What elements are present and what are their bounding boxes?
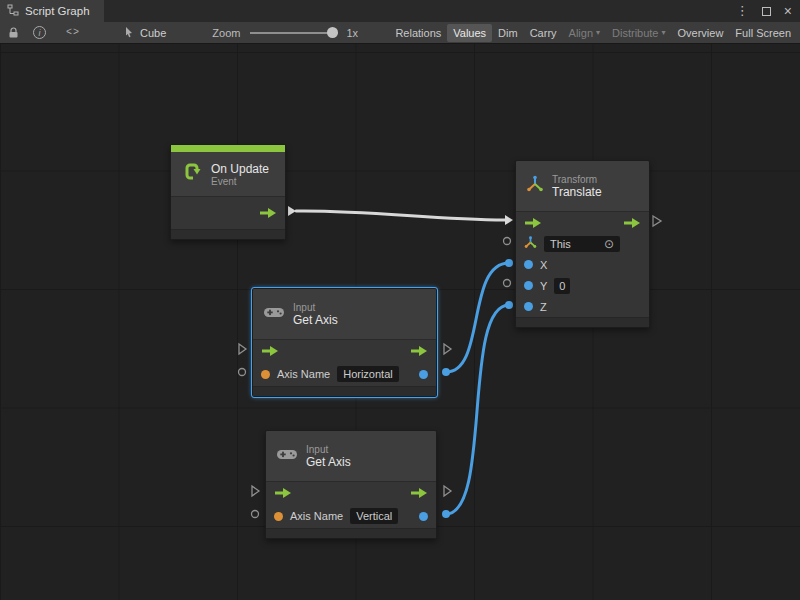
graph-canvas[interactable]: On Update Event Transform — [0, 44, 800, 600]
align-button[interactable]: Align ▾ — [563, 24, 606, 42]
window-menu-icon[interactable]: ⋮ — [736, 6, 749, 16]
port-label-z: Z — [540, 301, 547, 313]
node-header: Transform Translate — [516, 161, 649, 211]
axis-name-field[interactable]: Vertical — [350, 508, 398, 524]
value-input-port-axisname-h[interactable] — [239, 369, 246, 376]
close-icon[interactable]: × — [784, 5, 792, 17]
node-ports: This ⊙ X Y 0 Z — [516, 211, 649, 317]
flow-input-port-getaxis-h[interactable] — [239, 344, 246, 354]
node-subtitle: Event — [211, 176, 269, 187]
values-button[interactable]: Values — [447, 24, 492, 42]
value-input-port-y[interactable] — [504, 280, 511, 287]
distribute-button[interactable]: Distribute ▾ — [606, 24, 671, 42]
lock-icon[interactable] — [8, 27, 19, 39]
flow-arrow-icon[interactable] — [623, 217, 641, 229]
axis-gizmo-icon — [524, 235, 537, 253]
graph-toolbar: i <> Cube Zoom 1x Relations Values Dim C… — [0, 22, 800, 44]
axis-name-label: Axis Name — [277, 368, 330, 380]
distribute-label: Distribute — [612, 27, 658, 39]
value-port-dot[interactable] — [524, 302, 533, 311]
axis-name-field[interactable]: Horizontal — [337, 366, 399, 382]
code-icon[interactable]: <> — [66, 27, 80, 38]
node-ports — [171, 196, 285, 229]
zoom-value: 1x — [346, 27, 358, 39]
flow-ports-row — [516, 212, 649, 233]
flow-ports-row — [253, 340, 436, 362]
axis-name-label: Axis Name — [290, 510, 343, 522]
flow-output-port-getaxis-v[interactable] — [444, 486, 451, 496]
zoom-handle[interactable] — [327, 27, 338, 38]
gamepad-icon — [276, 447, 298, 465]
zoom-label: Zoom — [212, 27, 240, 39]
target-object-field[interactable]: This ⊙ — [544, 236, 620, 252]
flow-arrow-icon[interactable] — [261, 345, 279, 357]
flow-ports-row — [266, 482, 436, 504]
flow-input-port-translate[interactable] — [505, 215, 513, 225]
node-subtitle: Input — [306, 444, 351, 455]
node-ports: Axis Name Horizontal — [253, 339, 436, 386]
value-input-port-z[interactable] — [505, 301, 513, 309]
event-accent-bar — [171, 145, 285, 152]
node-title: Get Axis — [306, 455, 351, 469]
node-subtitle: Transform — [552, 174, 602, 185]
node-ports: Axis Name Vertical — [266, 481, 436, 528]
y-value-field[interactable]: 0 — [554, 278, 570, 294]
node-header: Input Get Axis — [266, 431, 436, 481]
target-object-value: This — [550, 237, 571, 251]
string-port-dot[interactable] — [261, 370, 270, 379]
object-picker-icon[interactable]: ⊙ — [604, 239, 614, 249]
value-wire-vertical-z[interactable] — [446, 305, 509, 514]
node-on-update[interactable]: On Update Event — [170, 144, 286, 240]
value-output-port-getaxis-h[interactable] — [442, 368, 450, 376]
overview-button[interactable]: Overview — [672, 24, 730, 42]
fullscreen-button[interactable]: Full Screen — [729, 24, 797, 42]
flow-output-row — [171, 197, 285, 229]
value-input-port-axisname-v[interactable] — [252, 511, 259, 518]
chevron-down-icon: ▾ — [662, 28, 666, 37]
loop-arrow-icon — [181, 161, 203, 187]
dim-button[interactable]: Dim — [492, 24, 524, 42]
value-port-dot[interactable] — [419, 512, 428, 521]
port-label-x: X — [540, 259, 547, 271]
zoom-slider[interactable] — [250, 27, 338, 39]
script-graph-icon — [7, 4, 19, 18]
maximize-icon[interactable] — [762, 7, 771, 16]
node-subtitle: Input — [293, 302, 338, 313]
node-get-axis-vertical[interactable]: Input Get Axis Axis Name Vertical — [265, 430, 437, 539]
node-get-axis-horizontal[interactable]: Input Get Axis Axis Name Horizontal — [252, 288, 437, 397]
flow-input-port-getaxis-v[interactable] — [252, 486, 259, 496]
align-label: Align — [569, 27, 593, 39]
string-port-dot[interactable] — [274, 512, 283, 521]
tab-script-graph[interactable]: Script Graph — [0, 0, 104, 22]
z-port-row: Z — [516, 296, 649, 317]
flow-output-port-translate[interactable] — [653, 216, 661, 226]
toolbar-buttons: Relations Values Dim Carry Align ▾ Distr… — [389, 22, 800, 44]
flow-arrow-icon[interactable] — [259, 207, 277, 219]
info-icon[interactable]: i — [33, 26, 46, 39]
value-port-dot[interactable] — [419, 370, 428, 379]
flow-arrow-icon[interactable] — [524, 217, 542, 229]
zoom-track — [250, 32, 338, 34]
flow-arrow-icon[interactable] — [410, 345, 428, 357]
value-input-port-this[interactable] — [504, 238, 511, 245]
relations-button[interactable]: Relations — [389, 24, 447, 42]
node-footer — [516, 317, 649, 327]
flow-arrow-icon[interactable] — [410, 487, 428, 499]
carry-button[interactable]: Carry — [524, 24, 563, 42]
node-title: Get Axis — [293, 313, 338, 327]
value-input-port-x[interactable] — [505, 259, 513, 267]
value-wire-horizontal-x[interactable] — [446, 263, 509, 372]
node-translate[interactable]: Transform Translate — [515, 160, 650, 328]
flow-wire-onupdate-translate[interactable] — [296, 211, 505, 220]
flow-output-port-onupdate[interactable] — [288, 206, 296, 216]
value-port-dot[interactable] — [524, 260, 533, 269]
graph-target[interactable]: Cube — [124, 26, 166, 40]
chevron-down-icon: ▾ — [596, 28, 600, 37]
value-port-dot[interactable] — [524, 281, 533, 290]
flow-output-port-getaxis-h[interactable] — [444, 344, 451, 354]
gamepad-icon — [263, 305, 285, 323]
value-output-port-getaxis-v[interactable] — [442, 510, 450, 518]
tab-title: Script Graph — [25, 5, 90, 17]
flow-arrow-icon[interactable] — [274, 487, 292, 499]
transform-icon — [526, 175, 544, 197]
